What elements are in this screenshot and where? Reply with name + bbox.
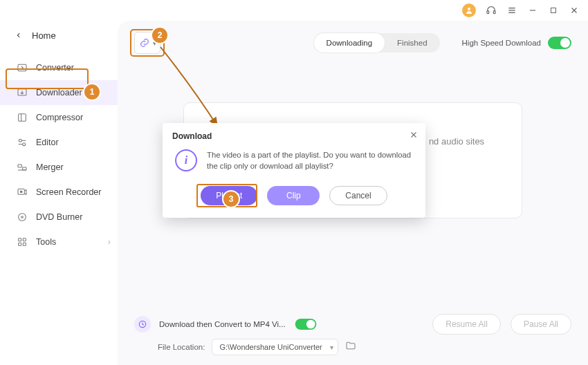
sidebar-item-label: Downloader <box>36 88 82 97</box>
merger-icon <box>17 162 28 173</box>
step-marker-1: 1 <box>84 84 100 100</box>
resume-all-button[interactable]: Resume All <box>432 314 501 335</box>
svg-point-25 <box>21 216 24 218</box>
svg-point-0 <box>468 8 470 10</box>
dvd-icon <box>17 212 28 223</box>
convert-toggle[interactable] <box>295 319 316 330</box>
svg-rect-7 <box>551 8 556 13</box>
sidebar-item-label: Converter <box>36 63 74 73</box>
nav-list: Converter Downloader Compressor Editor M… <box>0 55 118 254</box>
cancel-button[interactable]: Cancel <box>329 186 387 205</box>
bottom-bar: Download then Convert to MP4 Vi... Resum… <box>134 308 571 335</box>
pause-all-button[interactable]: Pause All <box>511 314 571 335</box>
file-location-label: File Location: <box>158 343 205 351</box>
home-row[interactable]: Home <box>0 25 118 50</box>
svg-rect-28 <box>19 243 21 245</box>
svg-rect-29 <box>23 243 26 245</box>
dialog-title: Download <box>163 123 425 147</box>
close-button[interactable] <box>569 5 580 16</box>
svg-rect-20 <box>23 167 26 170</box>
sidebar-item-editor[interactable]: Editor <box>0 130 118 155</box>
dialog-message: The video is a part of the playlist. Do … <box>207 149 413 172</box>
editor-icon <box>17 137 28 148</box>
svg-rect-10 <box>18 64 26 71</box>
svg-point-15 <box>19 139 21 142</box>
chevron-right-icon: › <box>108 237 111 247</box>
sidebar-item-label: DVD Burner <box>36 212 82 222</box>
sidebar-item-converter[interactable]: Converter <box>0 55 118 80</box>
downloader-icon <box>17 87 28 98</box>
svg-rect-1 <box>487 11 489 14</box>
sidebar-item-label: Compressor <box>36 113 83 122</box>
converter-icon <box>17 62 28 73</box>
sidebar-item-compressor[interactable]: Compressor <box>0 105 118 130</box>
compressor-icon <box>17 112 28 123</box>
toolbar: ▾ Downloading Finished High Speed Downlo… <box>134 32 571 54</box>
sidebar-item-dvd-burner[interactable]: DVD Burner <box>0 205 118 230</box>
tab-downloading[interactable]: Downloading <box>314 33 385 53</box>
svg-point-16 <box>23 143 26 146</box>
tools-icon <box>17 236 28 247</box>
info-icon: i <box>175 149 197 171</box>
sidebar-item-downloader[interactable]: Downloader <box>0 80 118 105</box>
tab-finished[interactable]: Finished <box>385 33 439 53</box>
dialog-close-button[interactable] <box>409 130 419 142</box>
svg-rect-27 <box>23 238 26 241</box>
svg-rect-26 <box>19 238 21 241</box>
screen-recorder-icon <box>17 187 28 198</box>
back-chevron-icon <box>15 29 22 41</box>
step-marker-3: 3 <box>223 191 239 207</box>
sidebar-item-label: Editor <box>36 138 59 147</box>
clip-button[interactable]: Clip <box>267 186 320 205</box>
svg-rect-2 <box>493 11 495 14</box>
svg-point-23 <box>20 191 22 193</box>
user-icon <box>465 6 473 15</box>
status-segmented-control: Downloading Finished <box>314 33 440 53</box>
high-speed-toggle-group: High Speed Download <box>462 37 571 49</box>
open-folder-icon[interactable] <box>345 340 356 354</box>
file-location-row: File Location: G:\Wondershare UniConvert… <box>134 339 571 355</box>
hamburger-menu-icon[interactable] <box>506 5 517 16</box>
close-icon <box>409 130 419 140</box>
svg-point-24 <box>19 214 26 221</box>
sidebar: Home Converter Downloader Compressor Ed <box>0 21 118 365</box>
sidebar-item-label: Screen Recorder <box>36 187 102 197</box>
user-avatar[interactable] <box>462 3 476 17</box>
sidebar-item-merger[interactable]: Merger <box>0 155 118 180</box>
convert-label: Download then Convert to MP4 Vi... <box>159 320 286 328</box>
sidebar-item-screen-recorder[interactable]: Screen Recorder <box>0 180 118 205</box>
link-icon <box>139 37 150 48</box>
sidebar-item-tools[interactable]: Tools › <box>0 230 118 254</box>
dialog-buttons: Playlist Clip Cancel <box>163 179 425 218</box>
clock-icon <box>134 316 151 333</box>
sidebar-item-label: Tools <box>36 237 56 247</box>
step-marker-2: 2 <box>152 28 167 43</box>
high-speed-label: High Speed Download <box>462 39 541 47</box>
file-location-select[interactable]: G:\Wondershare UniConverter <box>212 339 338 355</box>
minimize-button[interactable] <box>527 5 538 16</box>
sidebar-item-label: Merger <box>36 162 64 172</box>
maximize-button[interactable] <box>548 5 559 16</box>
download-dialog: Download i The video is a part of the pl… <box>163 123 425 218</box>
high-speed-toggle[interactable] <box>548 37 571 49</box>
headset-icon[interactable] <box>486 5 497 16</box>
svg-rect-19 <box>18 165 21 167</box>
home-label: Home <box>32 30 56 41</box>
titlebar <box>0 0 588 21</box>
svg-rect-13 <box>19 114 26 122</box>
